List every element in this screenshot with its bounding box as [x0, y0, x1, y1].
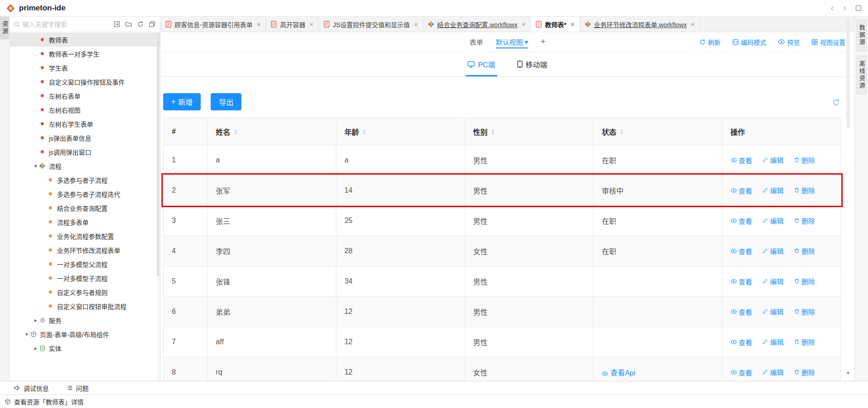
- delete-link[interactable]: 删除: [794, 155, 815, 165]
- table-row[interactable]: 4 李四 28 女性 在职 查看 编辑: [164, 236, 841, 266]
- tab-pc[interactable]: PC端: [467, 52, 495, 76]
- table-sync-icon[interactable]: [832, 99, 840, 106]
- table-row[interactable]: 5 张锋 34 男性 查看 编辑: [164, 266, 841, 297]
- tree-item[interactable]: 业务环节修改流程表单: [10, 243, 160, 257]
- edit-link[interactable]: 编辑: [762, 276, 783, 286]
- tree-item[interactable]: ▸ 实体: [10, 341, 160, 355]
- view-link[interactable]: 查看: [731, 247, 752, 256]
- tree-item[interactable]: 多选参与者子流程迭代: [10, 187, 160, 201]
- editor-tab[interactable]: 顾客信息-资源容器引用表单 ×: [160, 17, 266, 32]
- tab-form[interactable]: 表单: [469, 32, 483, 52]
- window-icon[interactable]: [855, 5, 862, 11]
- delete-link[interactable]: 删除: [794, 367, 815, 377]
- content-scrollbar[interactable]: ▼: [845, 19, 851, 375]
- table-row[interactable]: 2 张军 14 男性 审核中 查看 编辑: [164, 176, 841, 206]
- editor-tab[interactable]: 结合业务查询配置.workflowx ×: [423, 17, 531, 32]
- tree-item[interactable]: 自定义窗口操作按钮及事件: [10, 75, 160, 89]
- table-row[interactable]: 8 rq 12 女性 查看Api 查看 编辑: [164, 357, 841, 381]
- search-input[interactable]: [23, 21, 111, 28]
- editor-tab[interactable]: 高开容器 ×: [266, 17, 319, 32]
- right-panel-tab[interactable]: 离线资源: [856, 56, 866, 95]
- sort-icons[interactable]: ▲▼: [620, 128, 623, 135]
- close-icon[interactable]: ×: [309, 20, 313, 28]
- edit-link[interactable]: 编辑: [762, 185, 783, 195]
- edit-link[interactable]: 编辑: [762, 367, 783, 377]
- tree-item[interactable]: 一对多模型父流程: [10, 257, 160, 271]
- edit-link[interactable]: 编辑: [762, 216, 783, 225]
- folder-icon[interactable]: [125, 21, 132, 28]
- table-row[interactable]: 7 aff 12 男性 查看 编辑: [164, 327, 841, 357]
- tree-item[interactable]: 左树右学生表单: [10, 117, 160, 131]
- scrollbar-thumb[interactable]: [846, 19, 850, 128]
- right-panel-tab[interactable]: 数据源: [856, 19, 866, 51]
- view-link[interactable]: 查看: [731, 156, 752, 165]
- table-row[interactable]: 6 弟弟 12 男性 查看 编辑: [164, 297, 841, 327]
- delete-link[interactable]: 删除: [794, 307, 815, 316]
- collapse-all-icon[interactable]: [149, 21, 156, 28]
- close-icon[interactable]: ×: [571, 20, 575, 28]
- tree-item[interactable]: 教师表一对多学生: [10, 47, 160, 61]
- close-icon[interactable]: ×: [522, 20, 526, 28]
- tree-item[interactable]: 左树右视图: [10, 103, 160, 117]
- export-button[interactable]: 导出: [211, 93, 241, 110]
- tree-item[interactable]: 结合业务查询配置: [10, 201, 160, 215]
- sidebar-scrollbar[interactable]: [157, 33, 160, 381]
- view-link[interactable]: 查看: [731, 337, 752, 347]
- view-link[interactable]: 查看: [731, 186, 752, 195]
- delete-link[interactable]: 删除: [794, 276, 815, 286]
- sort-icons[interactable]: ▲▼: [491, 128, 495, 135]
- sort-icons[interactable]: ▲▼: [363, 128, 366, 135]
- refresh-tree-icon[interactable]: [137, 21, 144, 28]
- tree-item[interactable]: 流程多表单: [10, 215, 160, 229]
- tree-item[interactable]: ▾ 流程: [10, 159, 160, 173]
- tree-item[interactable]: 自定义窗口按钮审批流程: [10, 299, 160, 313]
- history-back-icon[interactable]: ‹: [830, 3, 834, 13]
- view-link[interactable]: 查看: [731, 368, 752, 377]
- tree-item[interactable]: 一对多模型子流程: [10, 271, 160, 285]
- tree-expand-arrow[interactable]: ▾: [24, 331, 30, 337]
- tab-problems[interactable]: 问题: [66, 384, 89, 393]
- editor-tab[interactable]: 教师表* ×: [531, 17, 580, 32]
- view-link[interactable]: 查看: [731, 216, 752, 226]
- code-mode-button[interactable]: 编码模式: [732, 38, 766, 47]
- tree-item[interactable]: 业务化流程参数配置: [10, 229, 160, 243]
- tree-item[interactable]: 教师表: [10, 33, 160, 47]
- table-row[interactable]: 3 张三 25 男性 在职 查看 编辑: [164, 206, 841, 236]
- tab-mobile[interactable]: 移动端: [517, 52, 547, 76]
- view-settings-button[interactable]: 视图设置: [811, 38, 845, 47]
- column-header-age[interactable]: 年龄 ▲▼: [336, 118, 465, 145]
- view-link[interactable]: 查看: [731, 307, 752, 317]
- refresh-button[interactable]: 刷新: [699, 38, 721, 47]
- column-header-name[interactable]: 姓名 ▲▼: [208, 118, 336, 145]
- preview-button[interactable]: 预览: [778, 38, 800, 47]
- tree-item[interactable]: 左树右表单: [10, 89, 160, 103]
- tree-expand-arrow[interactable]: ▸: [33, 345, 39, 351]
- edit-link[interactable]: 编辑: [762, 307, 783, 316]
- tree-item[interactable]: js调用弹出窗口: [10, 145, 160, 159]
- locate-resource-icon[interactable]: [113, 21, 120, 28]
- tree-item[interactable]: 多选参与者子流程: [10, 173, 160, 187]
- tree-item[interactable]: 自定义参与者规则: [10, 285, 160, 299]
- edit-link[interactable]: 编辑: [762, 155, 783, 165]
- close-icon[interactable]: ×: [257, 20, 261, 28]
- delete-link[interactable]: 删除: [794, 216, 815, 225]
- history-forward-icon[interactable]: ›: [843, 3, 846, 13]
- tree-item[interactable]: ▸ 服务: [10, 313, 160, 327]
- tree-item[interactable]: ▾ 页面-表单-高级/布局组件: [10, 327, 160, 341]
- tab-default-view[interactable]: 默认视图 ▾: [495, 32, 528, 52]
- tree-item[interactable]: js弹出表单信息: [10, 131, 160, 145]
- column-header-gender[interactable]: 性别 ▲▼: [465, 118, 594, 145]
- scroll-down-icon[interactable]: ▼: [845, 370, 851, 375]
- view-link[interactable]: 查看: [731, 277, 752, 286]
- table-row[interactable]: 1 a a 男性 在职 查看 编辑: [164, 145, 841, 176]
- add-button[interactable]: + 新增: [163, 93, 201, 110]
- edit-link[interactable]: 编辑: [762, 246, 783, 256]
- column-header-status[interactable]: 状态 ▲▼: [594, 118, 722, 145]
- edit-link[interactable]: 编辑: [762, 337, 783, 346]
- tree-expand-arrow[interactable]: ▸: [33, 317, 39, 323]
- tab-debug-info[interactable]: 调试信息: [14, 384, 49, 393]
- tree-item[interactable]: 学生表: [10, 61, 160, 75]
- add-view-button[interactable]: +: [541, 37, 546, 47]
- close-icon[interactable]: ×: [691, 20, 695, 28]
- editor-tab[interactable]: 业务环节修改流程表单.workflowx ×: [580, 17, 700, 32]
